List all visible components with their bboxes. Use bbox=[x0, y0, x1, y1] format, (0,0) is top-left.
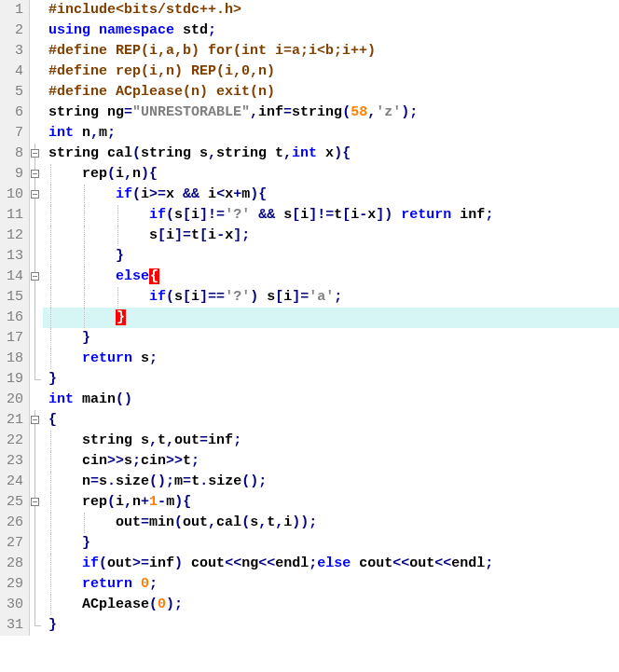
token-tok bbox=[48, 535, 82, 551]
token-tok: s bbox=[174, 207, 183, 223]
code-line[interactable]: #define REP(i,a,b) for(int i=a;i<b;i++) bbox=[43, 41, 619, 62]
fold-cell bbox=[30, 369, 43, 390]
code-line[interactable]: rep(i,n){ bbox=[43, 164, 619, 185]
token-tok: cout bbox=[183, 555, 225, 571]
code-line[interactable]: else{ bbox=[43, 267, 619, 287]
token-pun: && bbox=[183, 186, 199, 202]
token-tok: m bbox=[166, 494, 174, 510]
code-line[interactable]: int n,m; bbox=[43, 123, 619, 144]
token-pun: << bbox=[258, 555, 275, 571]
code-line[interactable]: cin>>s;cin>>t; bbox=[43, 451, 619, 472]
code-line[interactable]: #define ACplease(n) exit(n) bbox=[43, 82, 619, 103]
fold-cell bbox=[30, 185, 43, 205]
fold-cell bbox=[30, 328, 43, 349]
token-tok: t bbox=[191, 227, 199, 243]
fold-toggle-icon[interactable] bbox=[31, 149, 39, 158]
token-pun: ; bbox=[149, 350, 158, 366]
code-line[interactable]: ACplease(0); bbox=[43, 595, 619, 615]
fold-toggle-icon[interactable] bbox=[31, 170, 39, 178]
code-line[interactable]: return 0; bbox=[43, 574, 619, 595]
line-number: 8 bbox=[0, 144, 23, 164]
token-tok: t bbox=[334, 207, 342, 223]
fold-cell bbox=[30, 123, 43, 144]
line-number: 24 bbox=[0, 472, 23, 492]
code-line[interactable]: } bbox=[43, 308, 619, 328]
code-line[interactable]: rep(i,n+1-m){ bbox=[43, 492, 619, 513]
token-pun: } bbox=[82, 330, 90, 346]
code-line[interactable]: n=s.size();m=t.size(); bbox=[43, 472, 619, 492]
line-number: 29 bbox=[0, 574, 23, 595]
fold-cell bbox=[30, 554, 43, 574]
fold-cell bbox=[30, 82, 43, 103]
fold-toggle-icon[interactable] bbox=[31, 416, 39, 424]
line-number: 6 bbox=[0, 103, 23, 123]
code-line[interactable]: string s,t,out=inf; bbox=[43, 431, 619, 451]
token-str: '?' bbox=[225, 207, 250, 223]
token-pun: + bbox=[141, 494, 149, 510]
fold-toggle-icon[interactable] bbox=[31, 272, 39, 281]
fold-margin bbox=[30, 0, 43, 636]
line-number: 1 bbox=[0, 0, 23, 21]
token-tok: i bbox=[166, 227, 174, 243]
line-number: 11 bbox=[0, 205, 23, 226]
code-line[interactable]: { bbox=[43, 410, 619, 431]
token-tok: main bbox=[74, 391, 116, 407]
code-line[interactable]: if(out>=inf) cout<<ng<<endl;else cout<<o… bbox=[43, 554, 619, 574]
code-line[interactable]: string ng="UNRESTORABLE",inf=string(58,'… bbox=[43, 103, 619, 123]
token-str: "UNRESTORABLE" bbox=[132, 104, 250, 120]
fold-toggle-icon[interactable] bbox=[31, 190, 39, 199]
code-line[interactable]: } bbox=[43, 328, 619, 349]
code-line[interactable]: if(i>=x && i<x+m){ bbox=[43, 185, 619, 205]
token-kw: int bbox=[48, 391, 74, 407]
fold-cell bbox=[30, 0, 43, 21]
code-line[interactable]: if(s[i]=='?') s[i]='a'; bbox=[43, 287, 619, 308]
token-kw: namespace bbox=[99, 22, 174, 38]
fold-cell bbox=[30, 21, 43, 41]
code-line[interactable]: string cal(string s,string t,int x){ bbox=[43, 144, 619, 164]
token-pun: ) bbox=[174, 555, 183, 571]
token-tok: i bbox=[191, 207, 199, 223]
token-pun: ( bbox=[342, 104, 351, 120]
line-number: 20 bbox=[0, 390, 23, 410]
token-tok: t bbox=[191, 473, 199, 489]
token-pun: - bbox=[158, 494, 166, 510]
code-line[interactable]: } bbox=[43, 533, 619, 554]
fold-cell bbox=[30, 267, 43, 287]
token-tok: ACplease bbox=[48, 597, 149, 612]
token-kw: return bbox=[82, 350, 132, 366]
token-kw: else bbox=[116, 268, 149, 284]
code-line[interactable]: } bbox=[43, 246, 619, 267]
token-pun: . bbox=[199, 473, 208, 489]
token-hlbrace: } bbox=[116, 309, 126, 325]
line-number: 17 bbox=[0, 328, 23, 349]
code-line[interactable]: #define rep(i,n) REP(i,0,n) bbox=[43, 62, 619, 82]
fold-toggle-icon[interactable] bbox=[31, 498, 39, 506]
code-line[interactable]: #include<bits/stdc++.h> bbox=[43, 0, 619, 21]
code-line[interactable]: using namespace std; bbox=[43, 21, 619, 41]
token-pp: #include<bits/stdc++.h> bbox=[48, 2, 241, 18]
code-line[interactable]: if(s[i]!='?' && s[i]!=t[i-x]) return inf… bbox=[43, 205, 619, 226]
token-pun: )); bbox=[292, 514, 317, 530]
code-line[interactable]: return s; bbox=[43, 349, 619, 369]
token-pun: [ bbox=[275, 289, 283, 305]
token-tok: i bbox=[141, 186, 149, 202]
token-pun: } bbox=[48, 617, 57, 633]
fold-cell bbox=[30, 62, 43, 82]
token-pun: ]) bbox=[376, 207, 392, 223]
fold-cell bbox=[30, 308, 43, 328]
code-line[interactable]: } bbox=[43, 369, 619, 390]
token-tok: rep bbox=[48, 166, 107, 182]
token-pun: ; bbox=[208, 22, 216, 38]
code-line[interactable]: int main() bbox=[43, 390, 619, 410]
code-line[interactable]: out=min(out,cal(s,t,i)); bbox=[43, 513, 619, 533]
code-line[interactable]: } bbox=[43, 615, 619, 636]
token-tok bbox=[132, 576, 141, 592]
token-kw: if bbox=[149, 289, 166, 305]
token-pun: [ bbox=[183, 289, 191, 305]
token-pun: , bbox=[275, 514, 283, 530]
token-tok bbox=[250, 207, 258, 223]
code-line[interactable]: s[i]=t[i-x]; bbox=[43, 226, 619, 246]
line-number: 12 bbox=[0, 226, 23, 246]
token-tok: min bbox=[149, 514, 174, 530]
token-pun: ){ bbox=[174, 494, 191, 510]
